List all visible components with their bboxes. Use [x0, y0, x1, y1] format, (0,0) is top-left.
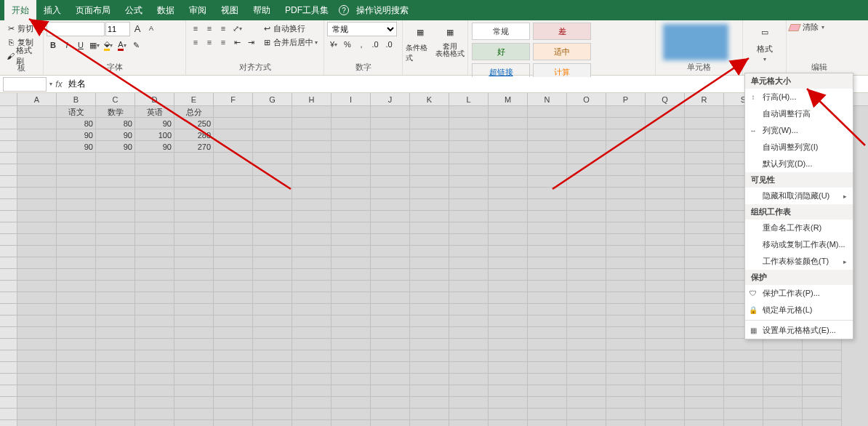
shield-icon: 🛡 — [748, 289, 758, 299]
align-left-button[interactable]: ≡ — [189, 36, 202, 49]
tab-insert[interactable]: 插入 — [36, 0, 68, 20]
clear-button[interactable]: 清除 ▾ — [789, 22, 824, 33]
orientation-button[interactable]: ⤢▾ — [230, 22, 244, 35]
col-header[interactable]: F — [214, 93, 253, 105]
dd-auto-row-height[interactable]: 自动调整行高 — [745, 105, 853, 122]
align-top-button[interactable]: ≡ — [189, 22, 202, 35]
style-normal[interactable]: 常规 — [472, 23, 530, 40]
dd-section-protect: 保护 — [745, 270, 853, 285]
align-bottom-button[interactable]: ≡ — [217, 22, 230, 35]
dd-auto-col-width[interactable]: 自动调整列宽(I) — [745, 139, 853, 156]
fx-icon[interactable]: fx — [52, 79, 65, 89]
dd-hide-label: 隐藏和取消隐藏(U) — [763, 190, 829, 201]
dd-format-cells[interactable]: ▦设置单元格格式(E)... — [745, 322, 853, 339]
tab-layout[interactable]: 页面布局 — [68, 0, 118, 20]
col-header[interactable]: N — [528, 93, 567, 105]
dd-row-height[interactable]: ↕行高(H)... — [745, 89, 853, 105]
increase-decimal-button[interactable]: .0 — [369, 38, 382, 51]
bucket-icon: ⬙ — [104, 39, 110, 51]
tab-view[interactable]: 视图 — [214, 0, 246, 20]
italic-button[interactable]: I — [60, 39, 73, 52]
row-height-icon: ↕ — [748, 92, 758, 103]
submenu-arrow-icon: ▸ — [843, 258, 847, 265]
tab-data[interactable]: 数据 — [150, 0, 182, 20]
dd-move-copy-sheet[interactable]: 移动或复制工作表(M)... — [745, 236, 853, 253]
increase-font-button[interactable]: A — [131, 22, 144, 35]
dd-lock-label: 锁定单元格(L) — [763, 305, 812, 316]
tab-home[interactable]: 开始 — [4, 0, 36, 20]
phonetic-button[interactable]: ✎ — [129, 39, 142, 52]
dd-col-width[interactable]: ↔列宽(W)... — [745, 122, 853, 139]
col-header[interactable]: B — [57, 93, 96, 105]
group-align-label: 对齐方式 — [189, 62, 321, 73]
decrease-font-button[interactable]: A — [145, 22, 158, 35]
format-cells-icon: ▦ — [748, 326, 758, 336]
tell-me-search[interactable]: 操作说明搜索 — [349, 0, 416, 20]
format-dropdown-menu: 单元格大小 ↕行高(H)... 自动调整行高 ↔列宽(W)... 自动调整列宽(… — [744, 73, 853, 339]
dd-default-col-width[interactable]: 默认列宽(D)... — [745, 156, 853, 172]
dd-tabcolor-label: 工作表标签颜色(T) — [763, 256, 829, 267]
col-header[interactable]: Q — [646, 93, 685, 105]
border-button[interactable]: ▦▾ — [88, 39, 101, 52]
style-bad[interactable]: 差 — [533, 23, 591, 40]
format-painter-button[interactable]: 🖌格式刷 — [3, 49, 40, 63]
format-as-table-button[interactable]: ▦ — [440, 22, 460, 42]
col-header[interactable]: L — [449, 93, 489, 105]
percent-button[interactable]: % — [341, 38, 354, 51]
style-good[interactable]: 好 — [472, 43, 530, 60]
col-header[interactable]: K — [410, 93, 449, 105]
bold-button[interactable]: B — [47, 39, 60, 52]
align-right-button[interactable]: ≡ — [217, 36, 230, 49]
clear-label: 清除 — [803, 22, 819, 33]
tab-formulas[interactable]: 公式 — [118, 0, 150, 20]
col-header[interactable]: D — [135, 93, 174, 105]
dd-section-organize: 组织工作表 — [745, 204, 853, 220]
font-size-select[interactable] — [105, 22, 130, 36]
select-all-corner[interactable] — [0, 93, 17, 105]
fill-color-button[interactable]: ⬙▾ — [102, 39, 115, 52]
comma-button[interactable]: , — [355, 38, 368, 51]
format-button[interactable]: ▭ — [755, 22, 775, 42]
sheet-body[interactable]: 语文数学英语总分8080902509090100280909090270 — [0, 106, 868, 426]
group-clipboard: ✂剪切 ⎘复制 🖌格式刷 板 — [0, 20, 44, 75]
tab-review[interactable]: 审阅 — [182, 0, 214, 20]
currency-button[interactable]: ¥▾ — [327, 38, 340, 51]
col-header[interactable]: R — [685, 93, 724, 105]
col-header[interactable]: I — [331, 93, 371, 105]
dd-lock-cell[interactable]: 🔒锁定单元格(L) — [745, 302, 853, 318]
indent-increase-button[interactable]: ⇥ — [244, 36, 257, 49]
indent-decrease-button[interactable]: ⇤ — [230, 36, 244, 49]
align-middle-button[interactable]: ≡ — [203, 22, 216, 35]
conditional-format-button[interactable]: ▦ — [410, 22, 430, 42]
dd-hide-unhide[interactable]: 隐藏和取消隐藏(U)▸ — [745, 188, 853, 204]
col-header[interactable]: G — [253, 93, 292, 105]
underline-button[interactable]: U — [74, 39, 87, 52]
col-header[interactable]: E — [174, 93, 214, 105]
font-color-button[interactable]: A▾ — [116, 39, 129, 52]
wrap-text-button[interactable]: ↩自动换行 — [259, 22, 321, 35]
dd-tab-color[interactable]: 工作表标签颜色(T)▸ — [745, 253, 853, 270]
group-format: ▭ 格式 ▾ — [743, 20, 787, 75]
cut-button[interactable]: ✂剪切 — [3, 22, 40, 35]
decrease-decimal-button[interactable]: .0 — [382, 38, 395, 51]
col-header[interactable]: C — [96, 93, 135, 105]
col-header[interactable]: M — [489, 93, 528, 105]
col-header[interactable]: H — [292, 93, 331, 105]
style-neutral[interactable]: 适中 — [533, 43, 591, 60]
font-name-select[interactable] — [47, 22, 105, 36]
align-center-button[interactable]: ≡ — [203, 36, 216, 49]
group-clipboard-label: 板 — [3, 63, 40, 73]
col-header[interactable]: O — [567, 93, 606, 105]
col-header[interactable]: P — [606, 93, 646, 105]
dd-protect-sheet[interactable]: 🛡保护工作表(P)... — [745, 285, 853, 302]
merge-center-button[interactable]: ⊞合并后居中▾ — [259, 36, 321, 49]
dd-rename-sheet[interactable]: 重命名工作表(R) — [745, 220, 853, 236]
number-format-select[interactable]: 常规 — [327, 22, 397, 36]
col-header[interactable]: A — [17, 93, 57, 105]
name-box[interactable] — [3, 77, 47, 92]
tab-pdf[interactable]: PDF工具集 — [278, 0, 336, 20]
col-header[interactable]: J — [371, 93, 410, 105]
wrap-icon: ↩ — [262, 23, 272, 33]
merge-label: 合并后居中 — [273, 37, 313, 48]
tab-help[interactable]: 帮助 — [246, 0, 278, 20]
